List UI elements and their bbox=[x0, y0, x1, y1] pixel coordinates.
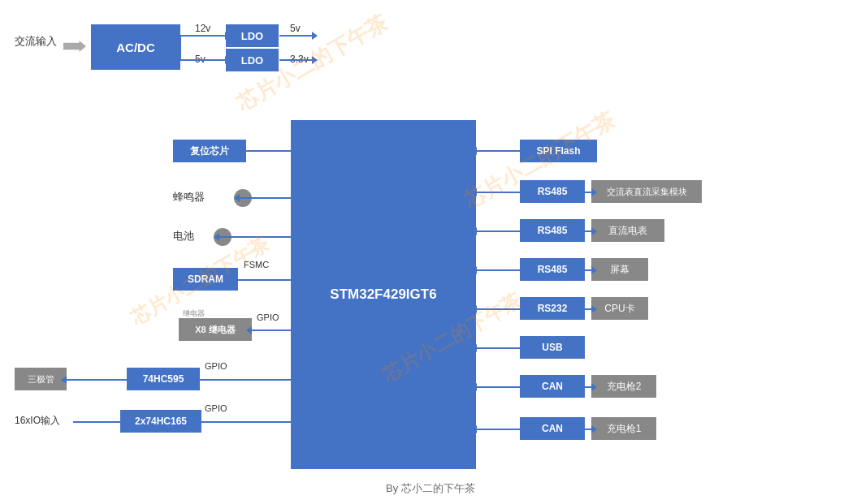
volt-5v-out: 5v bbox=[290, 23, 301, 34]
arrow-rs485-2-per bbox=[585, 230, 591, 232]
arrow-can2-per bbox=[585, 429, 591, 430]
arrow-can1 bbox=[477, 386, 520, 388]
cpu-card-box: CPU卡 bbox=[591, 297, 648, 320]
io-input-label: 16xIO输入 bbox=[15, 414, 60, 428]
arrow-rs232 bbox=[477, 308, 520, 310]
arrow-hc595 bbox=[200, 379, 291, 381]
can2-box: CAN bbox=[520, 417, 585, 440]
rs485-2-box: RS485 bbox=[520, 219, 585, 242]
usb-box: USB bbox=[520, 336, 585, 359]
buzzer-label: 蜂鸣器 bbox=[173, 190, 205, 205]
arrow-5v bbox=[180, 59, 225, 61]
ac-dc-module-box: 交流表直流采集模块 bbox=[591, 180, 702, 203]
gpio-label-595: GPIO bbox=[205, 361, 227, 371]
reset-chip-box: 复位芯片 bbox=[173, 140, 246, 162]
arrow-hc165 bbox=[201, 421, 291, 423]
sdram-box: SDRAM bbox=[173, 268, 238, 291]
relay-box: X8 继电器 bbox=[179, 318, 252, 341]
arrow-ldo2-out bbox=[279, 59, 312, 61]
rs485-1-box: RS485 bbox=[520, 180, 585, 203]
volt-12v: 12v bbox=[195, 23, 210, 34]
arrow-usb bbox=[477, 347, 520, 349]
arrow-rs485-1 bbox=[477, 192, 520, 193]
charger1-box: 充电枪1 bbox=[591, 417, 656, 440]
transistor-box: 三极管 bbox=[15, 368, 67, 390]
arrow-io-input bbox=[73, 421, 120, 423]
dc-meter-box: 直流电表 bbox=[591, 219, 664, 242]
ac-input-label: 交流输入 bbox=[15, 34, 57, 49]
screen-box: 屏幕 bbox=[591, 258, 648, 281]
ldo1-box: LDO bbox=[226, 24, 279, 47]
arrow-rs485-3-per bbox=[585, 269, 591, 271]
fsmc-label: FSMC bbox=[244, 260, 269, 269]
arrow-ldo1-out bbox=[279, 35, 312, 37]
gpio-label-165: GPIO bbox=[205, 403, 227, 413]
arrow-battery bbox=[219, 236, 291, 238]
arrow-spi-flash bbox=[477, 150, 520, 152]
arrow-can1-per bbox=[585, 386, 591, 388]
relay-sublabel: 继电器 bbox=[183, 308, 205, 319]
arrow-rs485-2 bbox=[477, 230, 520, 232]
stm32-box: STM32F429IGT6 bbox=[291, 120, 476, 469]
arrow-reset bbox=[246, 150, 291, 152]
arrow-rs485-3 bbox=[477, 269, 520, 271]
acdc-box: AC/DC bbox=[91, 24, 180, 70]
arrow-rs485-1-per bbox=[585, 192, 591, 193]
vline-power bbox=[180, 35, 181, 61]
charger2-box: 充电枪2 bbox=[591, 375, 656, 398]
arrow-sdram bbox=[238, 279, 291, 281]
arrow-12v bbox=[180, 35, 225, 37]
arrow-rs232-per bbox=[585, 308, 591, 310]
can1-box: CAN bbox=[520, 375, 585, 398]
gpio-label-relay: GPIO bbox=[257, 312, 279, 322]
rs232-box: RS232 bbox=[520, 297, 585, 320]
arrow-relay bbox=[252, 330, 291, 331]
footer-text: By 芯小二的下午茶 bbox=[0, 481, 861, 496]
arrow-transistor bbox=[67, 379, 127, 381]
ac-input-arrow bbox=[63, 41, 86, 52]
arrow-can2 bbox=[477, 429, 520, 430]
ldo2-box: LDO bbox=[226, 49, 279, 71]
spi-flash-box: SPI Flash bbox=[520, 140, 597, 162]
arrow-buzzer bbox=[240, 197, 291, 199]
rs485-3-box: RS485 bbox=[520, 258, 585, 281]
hc595-box: 74HC595 bbox=[127, 368, 200, 390]
hc165-box: 2x74HC165 bbox=[120, 410, 201, 433]
battery-label: 电池 bbox=[173, 229, 194, 243]
